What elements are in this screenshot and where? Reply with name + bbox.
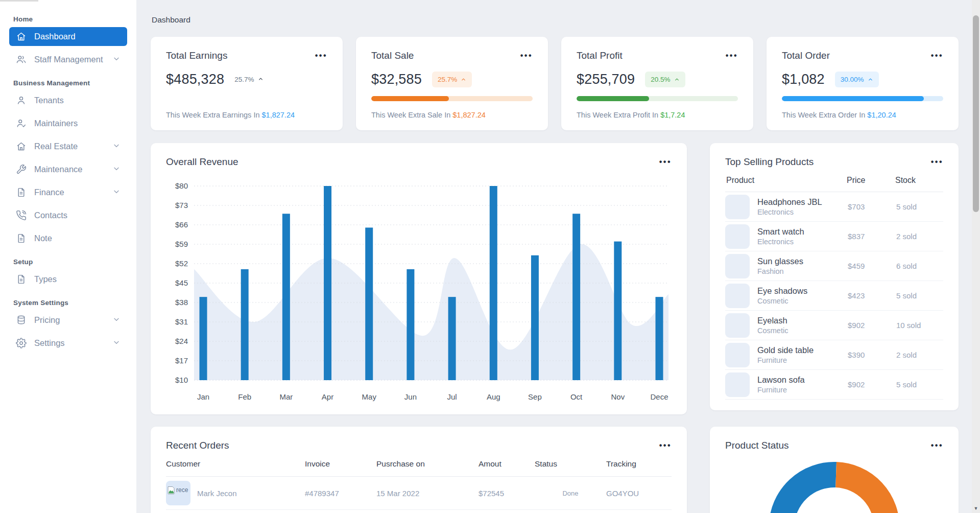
column-product: Product xyxy=(726,176,847,185)
chevron-down-icon xyxy=(112,338,121,348)
percent-value: 25.7% xyxy=(234,76,254,83)
product-thumbnail xyxy=(725,343,750,367)
scrollbar-thumb[interactable] xyxy=(973,15,979,212)
order-customer: Mark Jecon xyxy=(197,489,237,498)
svg-text:Aug: Aug xyxy=(487,392,500,401)
stat-footer-amount: $1,827.24 xyxy=(262,111,295,119)
top-selling-row: Gold side tableFurniture$3902 sold xyxy=(725,340,943,370)
column-amount: Amout xyxy=(479,459,535,469)
product-thumbnail xyxy=(725,254,750,278)
revenue-bar xyxy=(407,269,414,380)
product-thumbnail xyxy=(725,313,750,338)
more-menu-icon[interactable]: ••• xyxy=(659,158,672,166)
phone-icon xyxy=(16,210,27,221)
sidebar-item-contacts[interactable]: Contacts xyxy=(9,206,127,225)
more-menu-icon[interactable]: ••• xyxy=(931,52,943,60)
top-selling-title: Top Selling Products xyxy=(725,156,814,168)
revenue-bar xyxy=(200,297,207,380)
scrollbar-down-arrow-icon[interactable]: ▼ xyxy=(972,505,980,512)
product-name: Smart watch xyxy=(757,226,804,237)
stat-card-total-sale: Total Sale•••$32,58525.7%This Week Extra… xyxy=(356,37,548,130)
more-menu-icon[interactable]: ••• xyxy=(315,52,327,60)
revenue-bar xyxy=(614,242,622,380)
wrench-icon xyxy=(16,164,27,175)
product-price: $459 xyxy=(848,262,896,270)
more-menu-icon[interactable]: ••• xyxy=(520,52,533,60)
stat-card-total-order: Total Order•••$1,08230.00%This Week Extr… xyxy=(767,37,959,130)
product-name: Lawson sofa xyxy=(757,375,805,385)
more-menu-icon[interactable]: ••• xyxy=(726,52,738,60)
progress-bar xyxy=(577,96,738,101)
product-name: Sun glasses xyxy=(757,256,803,267)
product-name: Eye shadows xyxy=(757,286,807,296)
sidebar-item-finance[interactable]: Finance xyxy=(9,183,127,202)
sidebar-item-real-estate[interactable]: Real Estate xyxy=(9,137,127,156)
product-name: Gold side table xyxy=(757,345,814,356)
product-price: $390 xyxy=(848,351,896,359)
revenue-bar xyxy=(282,214,290,380)
sidebar-item-label: Contacts xyxy=(34,211,67,220)
sidebar-item-label: Maintenance xyxy=(34,165,82,174)
chevron-up-icon xyxy=(461,77,466,82)
product-status-title: Product Status xyxy=(725,440,789,451)
top-selling-panel: Top Selling Products ••• Product Price S… xyxy=(710,143,959,410)
product-category: Electronics xyxy=(757,207,822,217)
sidebar-item-maintenance[interactable]: Maintenance xyxy=(9,160,127,179)
sidebar-item-label: Note xyxy=(34,234,52,243)
percent-badge: 20.5% xyxy=(645,72,685,87)
chevron-down-icon xyxy=(112,315,121,323)
svg-text:Dece: Dece xyxy=(650,392,668,401)
app-window: HomeDashboardStaff ManagementBusiness Ma… xyxy=(0,0,980,513)
order-amount: $72545 xyxy=(479,489,535,498)
stat-footer-amount: $1,20.24 xyxy=(867,111,896,119)
sidebar-item-note[interactable]: Note xyxy=(9,229,127,248)
sidebar-item-staff-management[interactable]: Staff Management xyxy=(9,50,127,69)
svg-text:$80: $80 xyxy=(175,181,188,190)
sidebar-item-maintainers[interactable]: Maintainers xyxy=(9,114,127,133)
stat-footer: This Week Extra Order In $1,20.24 xyxy=(782,111,943,119)
svg-text:$59: $59 xyxy=(175,240,188,248)
percent-badge: 25.7% xyxy=(432,72,472,87)
product-stock: 5 sold xyxy=(896,380,943,389)
revenue-bar xyxy=(324,186,331,380)
svg-text:$31: $31 xyxy=(175,317,188,326)
recent-orders-title: Recent Orders xyxy=(166,440,229,451)
svg-text:$45: $45 xyxy=(175,278,188,287)
svg-text:$66: $66 xyxy=(175,220,188,229)
column-customer: Customer xyxy=(166,459,305,469)
vertical-scrollbar[interactable]: ▼ xyxy=(972,0,980,513)
sidebar-item-tenants[interactable]: Tenants xyxy=(9,91,127,110)
revenue-bar xyxy=(448,297,456,380)
sidebar-section: System SettingsPricingSettings xyxy=(9,299,127,353)
main-content: Dashboard Total Earnings•••$485,32825.7%… xyxy=(136,0,980,513)
column-tracking: Tracking xyxy=(606,459,672,469)
stat-card-title: Total Earnings xyxy=(166,50,227,61)
sidebar-item-types[interactable]: Types xyxy=(9,270,127,289)
product-price: $902 xyxy=(848,380,896,389)
more-menu-icon[interactable]: ••• xyxy=(931,158,943,166)
order-tracking: GO4YOU xyxy=(606,489,672,498)
percent-badge: 30.00% xyxy=(835,72,879,87)
column-status: Status xyxy=(535,459,606,469)
broken-image-alt-text: rece xyxy=(176,486,188,494)
svg-text:Jul: Jul xyxy=(447,392,457,401)
product-stock: 10 sold xyxy=(896,321,943,330)
sidebar-item-label: Dashboard xyxy=(34,32,76,41)
svg-text:$17: $17 xyxy=(175,356,188,365)
stat-footer: This Week Extra Profit In $1,7.24 xyxy=(577,111,738,119)
file-icon xyxy=(16,274,27,285)
sidebar-item-settings[interactable]: Settings xyxy=(9,334,127,353)
sidebar-item-pricing[interactable]: Pricing xyxy=(9,311,127,330)
product-name: Headphones JBL xyxy=(757,197,822,207)
order-date: 15 Mar 2022 xyxy=(376,489,479,498)
more-menu-icon[interactable]: ••• xyxy=(659,441,672,450)
progress-fill xyxy=(577,96,649,101)
sidebar-item-dashboard[interactable]: Dashboard xyxy=(9,27,127,46)
product-category: Furniture xyxy=(757,356,814,365)
svg-text:$38: $38 xyxy=(175,298,188,307)
percent-value: 30.00% xyxy=(841,76,864,83)
home-icon xyxy=(16,31,27,42)
more-menu-icon[interactable]: ••• xyxy=(931,441,943,450)
top-selling-row: Lawson sofaFurniture$9025 sold xyxy=(725,370,943,400)
svg-text:Nov: Nov xyxy=(611,392,625,401)
